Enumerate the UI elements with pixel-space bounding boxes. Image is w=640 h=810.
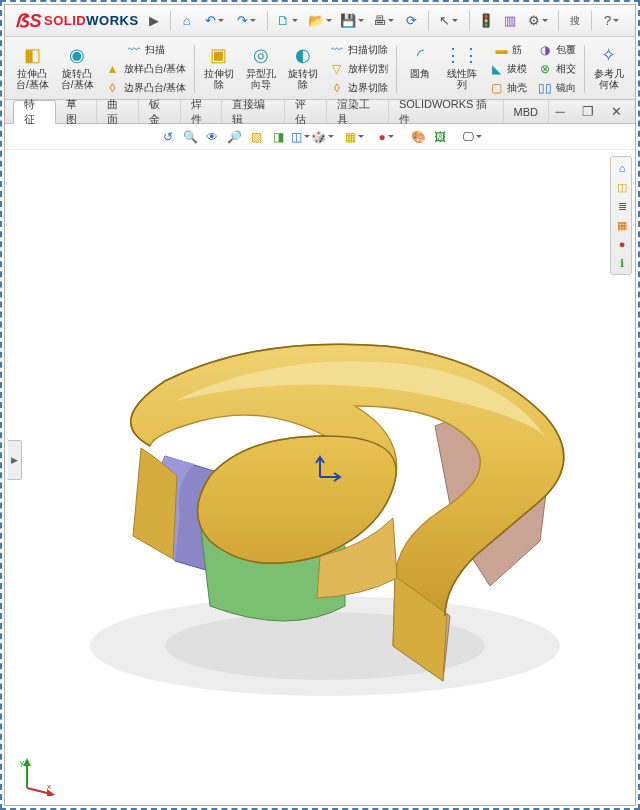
boundary-button[interactable]: ◊边界凸台/基体 [103, 79, 189, 97]
boundary-icon: ◊ [105, 80, 121, 96]
svg-text:y: y [20, 758, 24, 767]
tab-render[interactable]: 渲染工具 [327, 100, 389, 123]
mirror-icon: ▯▯ [537, 80, 553, 96]
rib-icon: ▬ [493, 42, 509, 58]
hide-show-icon[interactable]: ▦ [344, 127, 364, 147]
doc-minimize-button[interactable]: ─ [549, 101, 571, 123]
ds-logo-icon: ẞS [15, 10, 42, 32]
undo-icon[interactable]: ↶ [200, 10, 230, 32]
rib-button[interactable]: ▬筋 [491, 41, 524, 59]
quick-access-toolbar: ⌂ ↶ ↷ 🗋 📂 💾 🖶 ⟳ ↖ 🚦 ▥ ⚙ 搜 ? [167, 10, 627, 32]
features-ribbon: ◧ 拉伸凸 台/基体 ◉ 旋转凸 台/基体 〰扫描 ▲放样凸台/基体 ◊边界凸台… [5, 37, 635, 100]
hole-icon: ◎ [249, 43, 273, 67]
intersect-button[interactable]: ⊗相交 [535, 60, 578, 78]
orbit-icon[interactable]: ↺ [158, 127, 178, 147]
edit-appearance-icon[interactable]: 🎨 [408, 127, 428, 147]
taskpane-resources-icon[interactable]: ⌂ [613, 159, 631, 177]
reference-geometry-button[interactable]: ✧ 参考几 何体 [591, 41, 627, 92]
feature-tree-flyout[interactable]: ▶ [8, 440, 22, 480]
minimize-button[interactable]: ─ [631, 11, 640, 31]
wrap-icon: ◑ [537, 42, 553, 58]
appearance-icon[interactable]: ● [376, 127, 396, 147]
extrude-boss-button[interactable]: ◧ 拉伸凸 台/基体 [13, 41, 52, 92]
magnify-icon[interactable]: 🔎 [224, 127, 244, 147]
extrude-cut-icon: ▣ [207, 43, 231, 67]
app-logo: ẞS SOLIDWORKS [9, 10, 145, 32]
title-bar: ẞS SOLIDWORKS ▶ ⌂ ↶ ↷ 🗋 📂 💾 🖶 ⟳ ↖ 🚦 ▥ ⚙ … [5, 5, 635, 37]
draft-icon: ◣ [488, 61, 504, 77]
extrude-icon: ◧ [20, 43, 44, 67]
help-icon[interactable]: ? [597, 10, 627, 32]
mirror-button[interactable]: ▯▯镜向 [535, 79, 578, 97]
zoom-icon[interactable]: 🔍 [180, 127, 200, 147]
tab-features[interactable]: 特征 [13, 100, 56, 124]
refgeom-icon: ✧ [597, 43, 621, 67]
revolve-cut-button[interactable]: ◐ 旋转切 除 [285, 41, 321, 92]
orientation-triad[interactable]: y x [17, 756, 57, 796]
taskpane-library-icon[interactable]: ◫ [613, 178, 631, 196]
taskpane-appearances-icon[interactable]: ● [613, 235, 631, 253]
svg-marker-3 [23, 758, 31, 766]
hole-wizard-button[interactable]: ◎ 异型孔 向导 [243, 41, 279, 92]
boundary-cut-icon: ◊ [329, 80, 345, 96]
doc-close-button[interactable]: ✕ [605, 101, 627, 123]
tab-sheetmetal[interactable]: 钣金 [139, 100, 181, 123]
file-menu-arrow-icon[interactable]: ▶ [149, 10, 159, 32]
tab-surface[interactable]: 曲面 [97, 100, 139, 123]
draft-button[interactable]: ◣拔模 [486, 60, 529, 78]
dynamic-view-icon[interactable]: ◨ [268, 127, 288, 147]
model-3d-part[interactable] [45, 286, 595, 696]
search-button[interactable]: 搜 [564, 10, 586, 32]
tab-sketch[interactable]: 草图 [56, 100, 98, 123]
loft-icon: ▲ [105, 61, 121, 77]
sweep-cut-icon: 〰 [329, 42, 345, 58]
sweep-cut-button[interactable]: 〰扫描切除 [327, 41, 390, 59]
rebuild-arrow-icon[interactable]: ⟳ [401, 10, 423, 32]
print-icon[interactable]: 🖶 [369, 10, 399, 32]
traffic-light-icon[interactable]: 🚦 [475, 10, 497, 32]
revolve-icon: ◉ [65, 43, 89, 67]
extrude-cut-button[interactable]: ▣ 拉伸切 除 [201, 41, 237, 92]
pattern-icon: ⋮⋮ [450, 43, 474, 67]
boundary-cut-button[interactable]: ◊边界切除 [327, 79, 390, 97]
taskpane-explorer-icon[interactable]: ≣ [613, 197, 631, 215]
select-cursor-icon[interactable]: ↖ [434, 10, 464, 32]
measure-icon[interactable]: ▥ [499, 10, 521, 32]
pan-eye-icon[interactable]: 👁 [202, 127, 222, 147]
graphics-viewport[interactable]: ▶ ⌂ ◫ ≣ ▦ ● ℹ [5, 150, 635, 805]
home-icon[interactable]: ⌂ [176, 10, 198, 32]
loft-cut-button[interactable]: ▽放样切割 [327, 60, 390, 78]
revolve-boss-button[interactable]: ◉ 旋转凸 台/基体 [58, 41, 97, 92]
shell-button[interactable]: ▢抽壳 [486, 79, 529, 97]
new-doc-icon[interactable]: 🗋 [273, 10, 303, 32]
redo-icon[interactable]: ↷ [232, 10, 262, 32]
sweep-button[interactable]: 〰扫描 [124, 41, 167, 59]
display-style-icon[interactable]: ◫ [290, 127, 310, 147]
loft-cut-icon: ▽ [329, 61, 345, 77]
svg-text:x: x [47, 782, 51, 791]
apply-scene-icon[interactable]: 🖼 [430, 127, 450, 147]
revolve-cut-icon: ◐ [291, 43, 315, 67]
taskpane-view-palette-icon[interactable]: ▦ [613, 216, 631, 234]
fillet-icon: ◜ [408, 43, 432, 67]
doc-restore-button[interactable]: ❐ [577, 101, 599, 123]
save-icon[interactable]: 💾 [337, 10, 367, 32]
options-gear-icon[interactable]: ⚙ [523, 10, 553, 32]
view-orientation-icon[interactable]: 🎲 [312, 127, 332, 147]
open-icon[interactable]: 📂 [305, 10, 335, 32]
tab-weldments[interactable]: 焊件 [181, 100, 223, 123]
tab-direct-edit[interactable]: 直接编辑 [222, 100, 284, 123]
tab-addins[interactable]: SOLIDWORKS 插件 [389, 100, 504, 123]
section-view-icon[interactable]: ▧ [246, 127, 266, 147]
fillet-button[interactable]: ◜ 圆角 [402, 41, 438, 81]
linear-pattern-button[interactable]: ⋮⋮ 线性阵 列 [444, 41, 480, 92]
shell-icon: ▢ [488, 80, 504, 96]
taskpane-properties-icon[interactable]: ℹ [613, 254, 631, 272]
tab-evaluate[interactable]: 评估 [285, 100, 327, 123]
intersect-icon: ⊗ [537, 61, 553, 77]
heads-up-view-toolbar: ↺ 🔍 👁 🔎 ▧ ◨ ◫ 🎲 ▦ ● 🎨 🖼 🖵 [5, 124, 635, 150]
view-settings-icon[interactable]: 🖵 [462, 127, 482, 147]
tab-mbd[interactable]: MBD [504, 100, 549, 123]
loft-button[interactable]: ▲放样凸台/基体 [103, 60, 189, 78]
wrap-button[interactable]: ◑包覆 [535, 41, 578, 59]
